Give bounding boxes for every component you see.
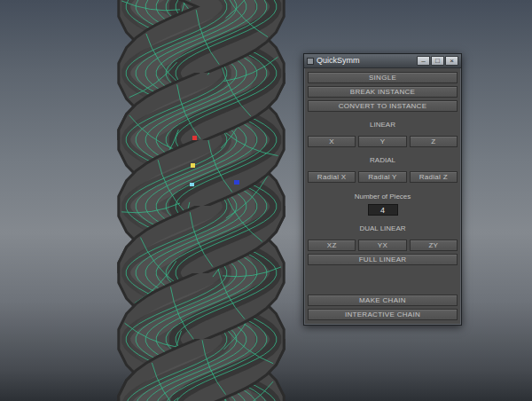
- linear-axis-row: X Y Z: [308, 136, 458, 147]
- dual-yx-button[interactable]: YX: [358, 240, 406, 251]
- manipulator-handle-cyan[interactable]: [190, 183, 194, 186]
- caption-buttons: – □ ×: [417, 56, 458, 66]
- number-of-pieces-label: Number of Pieces: [308, 193, 458, 201]
- manipulator-handle-blue[interactable]: [234, 180, 239, 185]
- quicksymm-window: QuickSymm – □ × SINGLE BREAK INSTANCE CO…: [303, 53, 462, 326]
- linear-x-button[interactable]: X: [308, 136, 356, 147]
- radial-x-button[interactable]: Radial X: [308, 171, 356, 183]
- manipulator-handle-red[interactable]: [192, 136, 197, 140]
- convert-to-instance-button[interactable]: CONVERT TO INSTANCE: [308, 100, 458, 112]
- linear-z-button[interactable]: Z: [410, 136, 458, 147]
- full-linear-button[interactable]: FULL LINEAR: [308, 254, 458, 265]
- make-chain-button[interactable]: MAKE CHAIN: [308, 295, 458, 306]
- dual-linear-row: XZ YX ZY: [308, 240, 458, 251]
- close-button-icon[interactable]: ×: [445, 56, 458, 66]
- pieces-field-row: [308, 204, 458, 216]
- interactive-chain-button[interactable]: INTERACTIVE CHAIN: [308, 309, 458, 320]
- manipulator-handle-yellow[interactable]: [191, 163, 195, 168]
- window-body: SINGLE BREAK INSTANCE CONVERT TO INSTANC…: [304, 68, 461, 325]
- app-icon: [307, 58, 314, 65]
- radial-z-button[interactable]: Radial Z: [410, 171, 458, 183]
- pieces-input[interactable]: [368, 204, 398, 216]
- window-title: QuickSymm: [317, 57, 414, 66]
- maya-viewport[interactable]: QuickSymm – □ × SINGLE BREAK INSTANCE CO…: [0, 0, 532, 401]
- maximize-button-icon[interactable]: □: [431, 56, 444, 66]
- single-button[interactable]: SINGLE: [308, 72, 458, 83]
- minimize-button-icon[interactable]: –: [417, 56, 430, 66]
- radial-label: RADIAL: [308, 157, 458, 165]
- radial-y-button[interactable]: Radial Y: [358, 171, 406, 183]
- dual-xz-button[interactable]: XZ: [308, 240, 356, 251]
- linear-y-button[interactable]: Y: [358, 136, 406, 147]
- dual-linear-label: DUAL LINEAR: [308, 225, 458, 233]
- break-instance-button[interactable]: BREAK INSTANCE: [308, 86, 458, 98]
- linear-label: LINEAR: [308, 122, 458, 130]
- dual-zy-button[interactable]: ZY: [410, 240, 458, 251]
- titlebar[interactable]: QuickSymm – □ ×: [304, 54, 461, 68]
- radial-axis-row: Radial X Radial Y Radial Z: [308, 171, 458, 183]
